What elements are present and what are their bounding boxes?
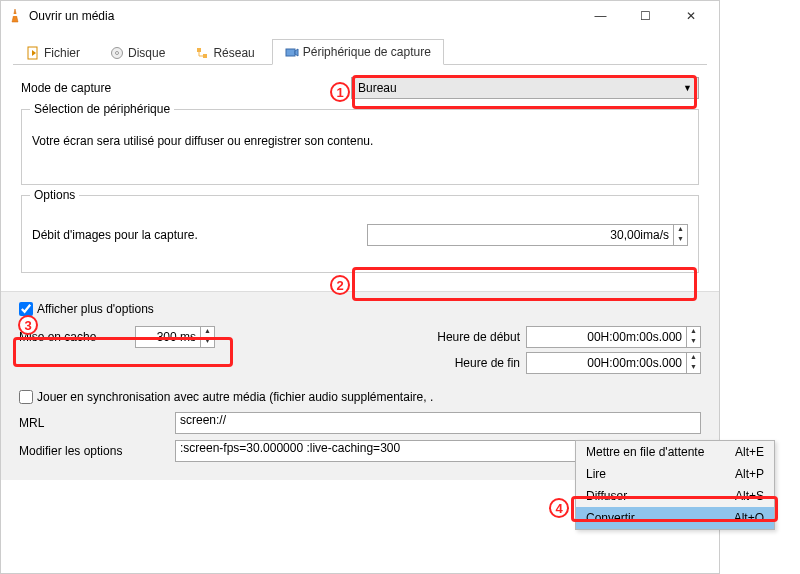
titlebar: Ouvrir un média — ☐ ✕ bbox=[1, 1, 719, 31]
tab-network[interactable]: Réseau bbox=[182, 39, 267, 65]
menu-item-shortcut: Alt+P bbox=[735, 467, 764, 481]
device-selection-group: Sélection de périphérique Votre écran se… bbox=[21, 109, 699, 185]
sync-media-checkbox[interactable] bbox=[19, 390, 33, 404]
cache-label: Mise en cache bbox=[19, 330, 129, 344]
spin-arrows[interactable]: ▲▼ bbox=[686, 353, 700, 373]
start-time-spinbox[interactable]: 00H:00m:00s.000 ▲▼ bbox=[526, 326, 701, 348]
tab-label: Disque bbox=[128, 46, 165, 60]
capture-tab-panel: Mode de capture Bureau ▼ Sélection de pé… bbox=[13, 64, 707, 291]
maximize-button[interactable]: ☐ bbox=[623, 2, 668, 30]
tab-file[interactable]: Fichier bbox=[13, 39, 93, 65]
cache-value: 300 ms bbox=[136, 330, 200, 344]
end-time-value: 00H:00m:00s.000 bbox=[527, 356, 686, 370]
minimize-button[interactable]: — bbox=[578, 2, 623, 30]
device-selection-title: Sélection de périphérique bbox=[30, 102, 174, 116]
show-more-options-checkbox[interactable] bbox=[19, 302, 33, 316]
device-selection-text: Votre écran sera utilisé pour diffuser o… bbox=[32, 134, 688, 148]
edit-options-label: Modifier les options bbox=[19, 444, 169, 458]
menu-item-label: Convertir bbox=[586, 511, 635, 525]
network-icon bbox=[195, 46, 209, 60]
tab-label: Périphérique de capture bbox=[303, 45, 431, 59]
show-more-options-label: Afficher plus d'options bbox=[37, 302, 154, 316]
menu-item-shortcut: Alt+S bbox=[735, 489, 764, 503]
spin-arrows[interactable]: ▲▼ bbox=[686, 327, 700, 347]
end-time-spinbox[interactable]: 00H:00m:00s.000 ▲▼ bbox=[526, 352, 701, 374]
fps-value: 30,00ima/s bbox=[368, 228, 673, 242]
capture-mode-label: Mode de capture bbox=[21, 81, 351, 95]
cache-spinbox[interactable]: 300 ms ▲▼ bbox=[135, 326, 215, 348]
fps-label: Débit d'images pour la capture. bbox=[32, 228, 367, 242]
play-menu: Mettre en file d'attente Alt+E Lire Alt+… bbox=[575, 440, 775, 530]
capture-mode-dropdown[interactable]: Bureau ▼ bbox=[351, 77, 699, 99]
tab-label: Réseau bbox=[213, 46, 254, 60]
svg-rect-1 bbox=[13, 14, 17, 16]
options-group: Options Débit d'images pour la capture. … bbox=[21, 195, 699, 273]
menu-item-queue[interactable]: Mettre en file d'attente Alt+E bbox=[576, 441, 774, 463]
menu-item-label: Mettre en file d'attente bbox=[586, 445, 704, 459]
start-time-value: 00H:00m:00s.000 bbox=[527, 330, 686, 344]
chevron-down-icon: ▼ bbox=[683, 83, 692, 93]
menu-item-label: Diffuser bbox=[586, 489, 627, 503]
menu-item-shortcut: Alt+O bbox=[734, 511, 764, 525]
start-time-label: Heure de début bbox=[400, 330, 520, 344]
capture-device-icon bbox=[285, 45, 299, 59]
end-time-label: Heure de fin bbox=[400, 356, 520, 370]
tab-label: Fichier bbox=[44, 46, 80, 60]
menu-item-stream[interactable]: Diffuser Alt+S bbox=[576, 485, 774, 507]
options-title: Options bbox=[30, 188, 79, 202]
mrl-input[interactable]: screen:// bbox=[175, 412, 701, 434]
menu-item-play[interactable]: Lire Alt+P bbox=[576, 463, 774, 485]
file-icon bbox=[26, 46, 40, 60]
svg-rect-7 bbox=[203, 54, 207, 58]
svg-rect-8 bbox=[286, 49, 295, 56]
spin-arrows[interactable]: ▲▼ bbox=[200, 327, 214, 347]
spin-arrows[interactable]: ▲▼ bbox=[673, 225, 687, 245]
disc-icon bbox=[110, 46, 124, 60]
vlc-cone-icon bbox=[7, 8, 23, 24]
fps-spinbox[interactable]: 30,00ima/s ▲▼ bbox=[367, 224, 688, 246]
window-controls: — ☐ ✕ bbox=[578, 2, 713, 30]
close-button[interactable]: ✕ bbox=[668, 2, 713, 30]
capture-mode-value: Bureau bbox=[358, 81, 397, 95]
menu-item-label: Lire bbox=[586, 467, 606, 481]
menu-item-convert[interactable]: Convertir Alt+O bbox=[576, 507, 774, 529]
window-title: Ouvrir un média bbox=[29, 9, 578, 23]
mrl-label: MRL bbox=[19, 416, 169, 430]
menu-item-shortcut: Alt+E bbox=[735, 445, 764, 459]
svg-rect-6 bbox=[197, 48, 201, 52]
sync-media-label: Jouer en synchronisation avec autre médi… bbox=[37, 390, 433, 404]
svg-point-5 bbox=[116, 51, 119, 54]
tab-strip: Fichier Disque Réseau Périphérique de ca… bbox=[1, 31, 719, 65]
tab-capture-device[interactable]: Périphérique de capture bbox=[272, 39, 444, 65]
tab-disc[interactable]: Disque bbox=[97, 39, 178, 65]
